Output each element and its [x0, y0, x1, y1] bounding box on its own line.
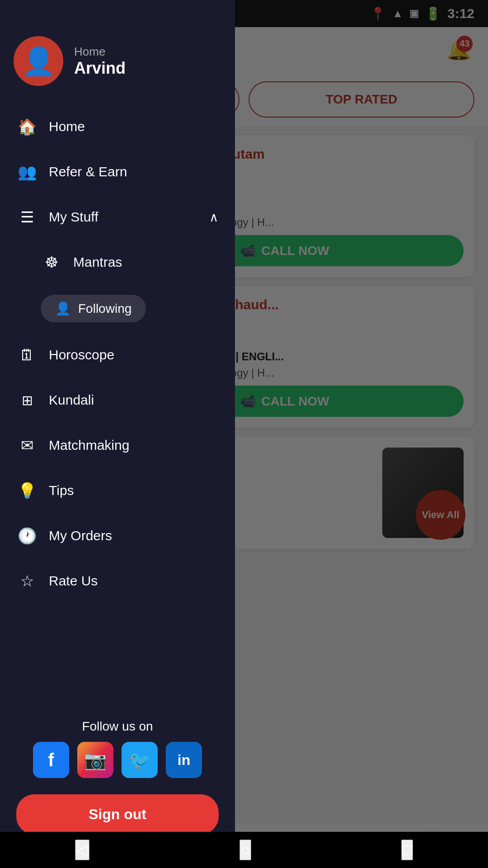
sidebar-item-mantras[interactable]: ☸ Mantras [0, 240, 235, 285]
tips-menu-label: Tips [49, 483, 74, 498]
following-box[interactable]: 👤 Following [41, 295, 146, 322]
avatar: 👤 [14, 36, 63, 86]
mystuff-menu-icon: ☰ [16, 206, 38, 228]
matchmaking-menu-icon: ✉ [16, 434, 38, 456]
sidebar-item-following[interactable]: 👤 Following [0, 285, 235, 332]
sidebar-item-home[interactable]: 🏠 Home [0, 104, 235, 149]
drawer-menu: 🏠 Home 👥 Refer & Earn ☰ My Stuff ∧ ☸ Man… [0, 99, 235, 710]
following-label: Following [78, 302, 131, 316]
kundali-menu-label: Kundali [49, 392, 94, 408]
drawer-header-info: Home Arvind [74, 45, 221, 78]
drawer-username: Arvind [74, 59, 221, 78]
drawer-home-label: Home [74, 45, 221, 59]
horoscope-menu-label: Horoscope [49, 347, 114, 363]
sign-out-button[interactable]: Sign out [16, 794, 219, 835]
facebook-icon: f [48, 750, 54, 770]
sidebar-item-horoscope[interactable]: 🗓 Horoscope [0, 332, 235, 377]
linkedin-button[interactable]: in [166, 742, 202, 778]
social-section: Follow us on f 📷 🐦 in [0, 710, 235, 787]
collapse-icon: ∧ [209, 210, 219, 225]
avatar-icon: 👤 [22, 45, 56, 77]
following-icon: 👤 [55, 301, 71, 316]
instagram-button[interactable]: 📷 [77, 742, 113, 778]
sidebar-item-rateus[interactable]: ☆ Rate Us [0, 558, 235, 604]
kundali-menu-icon: ⊞ [16, 389, 38, 411]
myorders-menu-icon: 🕐 [16, 525, 38, 547]
mantras-menu-label: Mantras [73, 255, 122, 270]
twitter-icon: 🐦 [128, 750, 151, 771]
myorders-menu-label: My Orders [49, 528, 112, 543]
android-nav-bar: ◁ ○ □ [0, 832, 488, 868]
android-back-button[interactable]: ◁ [75, 840, 89, 860]
mantras-menu-icon: ☸ [41, 251, 62, 273]
home-menu-label: Home [49, 119, 85, 134]
drawer-header: 👤 Home Arvind [0, 0, 235, 99]
linkedin-icon: in [178, 752, 190, 769]
facebook-button[interactable]: f [33, 742, 69, 778]
sidebar-item-myorders[interactable]: 🕐 My Orders [0, 513, 235, 558]
social-icons-row: f 📷 🐦 in [16, 742, 219, 778]
follow-us-label: Follow us on [16, 719, 219, 734]
sidebar-item-mystuff[interactable]: ☰ My Stuff ∧ [0, 194, 235, 240]
rateus-menu-label: Rate Us [49, 573, 98, 589]
sidebar-item-matchmaking[interactable]: ✉ Matchmaking [0, 423, 235, 468]
sidebar-item-kundali[interactable]: ⊞ Kundali [0, 377, 235, 423]
home-menu-icon: 🏠 [16, 116, 38, 137]
sidebar-item-refer[interactable]: 👥 Refer & Earn [0, 149, 235, 194]
mystuff-menu-label: My Stuff [49, 209, 98, 225]
instagram-icon: 📷 [84, 750, 107, 771]
twitter-button[interactable]: 🐦 [122, 742, 158, 778]
horoscope-menu-icon: 🗓 [16, 344, 38, 366]
android-recent-button[interactable]: □ [401, 840, 413, 860]
tips-menu-icon: 💡 [16, 480, 38, 501]
matchmaking-menu-label: Matchmaking [49, 438, 129, 453]
sidebar-item-tips[interactable]: 💡 Tips [0, 468, 235, 513]
rateus-menu-icon: ☆ [16, 570, 38, 592]
android-home-button[interactable]: ○ [239, 840, 251, 860]
refer-menu-label: Refer & Earn [49, 164, 127, 179]
refer-menu-icon: 👥 [16, 161, 38, 183]
navigation-drawer: 👤 Home Arvind 🏠 Home 👥 Refer & Earn ☰ My… [0, 0, 235, 868]
